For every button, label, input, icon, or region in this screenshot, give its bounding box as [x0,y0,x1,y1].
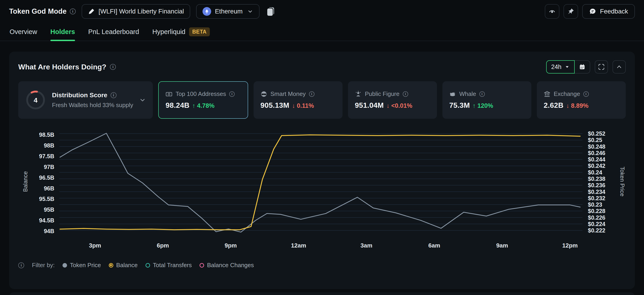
x-axis-tick: 12am [291,242,306,249]
whale-icon [449,91,456,98]
ethereum-icon [202,7,211,16]
left-axis-tick: 98B [44,142,54,149]
eye-icon [548,8,556,15]
token-selector[interactable]: [WLFI] World Liberty Financial [82,4,190,19]
top-header: Token God Mode [WLFI] World Liberty Fina… [0,0,644,23]
holders-chart: 98.5B98B97.5B97B96.5B96B95.5B95B94.5B94B… [18,126,626,256]
right-axis-title: Token Price [619,167,626,197]
card-top-100-addresses[interactable]: Top 100 Addresses 98.24B ↑ 4.78% [158,81,248,119]
chain-selector[interactable]: Ethereum [196,4,259,19]
x-axis-tick: 12pm [562,242,578,249]
fullscreen-icon [598,64,605,70]
next-panel-peek [9,292,635,295]
filter-total-transfers[interactable]: Total Transfers [146,262,192,269]
info-icon[interactable] [229,91,235,97]
page-title: Token God Mode [9,7,66,16]
left-axis-tick: 96B [44,185,54,192]
right-axis-tick: $0.234 [588,189,606,195]
card-value: 905.13M [260,101,290,110]
smart-money-icon [260,91,267,98]
tab-hyperliquid[interactable]: Hyperliquid BETA [152,23,210,41]
left-axis-title: Balance [22,171,28,192]
token-price-radio [62,263,67,267]
chat-bubble-icon [589,8,596,15]
chevron-down-icon [139,97,146,103]
card-value: 98.24B [166,101,190,110]
info-icon[interactable] [583,91,589,97]
x-axis-tick: 3am [360,242,372,249]
right-axis-tick: $0.222 [588,227,605,234]
info-icon[interactable] [110,92,116,98]
x-axis-tick: 9pm [224,242,237,249]
chart-plot-area[interactable] [59,129,582,234]
token-selector-label: [WLFI] World Liberty Financial [98,8,184,15]
watch-button[interactable] [545,4,560,19]
panel-header: What Are Holders Doing? 24h [18,60,626,74]
balance-radio [109,263,113,267]
info-icon[interactable] [309,91,314,97]
right-axis-tick: $0.24 [588,169,602,176]
info-icon[interactable] [479,91,485,97]
card-change: ↑ 120% [472,102,493,109]
banknote-icon [166,91,172,98]
right-axis-tick: $0.232 [588,195,605,201]
fullscreen-button[interactable] [595,60,608,74]
copy-address-button[interactable] [266,6,277,17]
right-axis-tick: $0.228 [588,208,606,214]
right-axis-tick: $0.252 [588,130,605,137]
feedback-button[interactable]: Feedback [582,4,635,19]
token-god-mode-page: Token God Mode [WLFI] World Liberty Fina… [0,0,644,295]
right-axis-tick: $0.23 [588,201,602,208]
holders-activity-panel: What Are Holders Doing? 24h [9,52,635,289]
beta-badge: BETA [189,28,210,36]
tab-holders[interactable]: Holders [50,23,75,41]
card-distribution-score[interactable]: 4 Distribution Score Fresh Wallets hold … [18,81,153,119]
collapse-button[interactable] [612,60,626,74]
right-axis-tick: $0.244 [588,156,606,163]
balance-price-chart[interactable]: 98.5B98B97.5B97B96.5B96B95.5B95B94.5B94B… [18,126,626,255]
card-subtitle: Fresh Wallets hold 33% supply [52,102,133,109]
info-icon[interactable] [70,9,76,14]
pin-icon [567,8,574,15]
info-icon[interactable] [18,262,24,268]
card-exchange[interactable]: Exchange 2.62B ↓ 8.89% [537,81,626,119]
x-axis-tick: 9am [496,242,508,249]
bank-icon [544,91,550,98]
feedback-label: Feedback [600,8,628,15]
filter-balance[interactable]: Balance [109,262,138,269]
card-change: ↓ 0.11% [292,102,314,109]
timeframe-dropdown[interactable]: 24h [546,60,575,74]
holder-stat-cards: 4 Distribution Score Fresh Wallets hold … [18,81,626,119]
filter-by-label: Filter by: [32,262,55,269]
right-axis-tick: $0.226 [588,214,605,221]
distribution-score-gauge: 4 [25,90,46,111]
info-icon[interactable] [110,64,116,70]
left-axis-tick: 97.5B [39,153,54,159]
svg-text:4: 4 [34,96,38,104]
card-smart-money[interactable]: Smart Money 905.13M ↓ 0.11% [254,81,342,119]
card-change: ↑ 4.78% [192,102,214,109]
right-axis-tick: $0.25 [588,137,602,143]
calendar-icon [579,64,586,70]
pin-button[interactable] [564,4,578,19]
left-axis-tick: 95.5B [39,196,54,202]
card-label: Public Figure [365,90,400,98]
chain-selector-label: Ethereum [215,8,242,15]
panel-title: What Are Holders Doing? [18,63,106,71]
left-axis-tick: 94B [44,228,54,234]
card-value: 75.3M [449,101,470,110]
public-figure-icon [355,91,362,98]
chevron-down-icon [565,64,570,69]
card-public-figure[interactable]: Public Figure 951.04M ↓ <0.01% [348,81,437,119]
calendar-button[interactable] [575,60,590,74]
tab-pnl-leaderboard[interactable]: PnL Leaderboard [88,23,139,41]
info-icon[interactable] [403,91,408,97]
card-label: Smart Money [270,90,306,98]
x-axis-tick: 6am [428,242,440,249]
tab-overview[interactable]: Overview [10,23,37,41]
x-axis-tick: 3pm [89,242,101,249]
filter-balance-changes[interactable]: Balance Changes [200,262,254,269]
filter-token-price[interactable]: Token Price [62,262,101,269]
filter-bar: Filter by: Token Price Balance Total Tra… [18,262,626,269]
card-whale[interactable]: Whale 75.3M ↑ 120% [442,81,531,119]
